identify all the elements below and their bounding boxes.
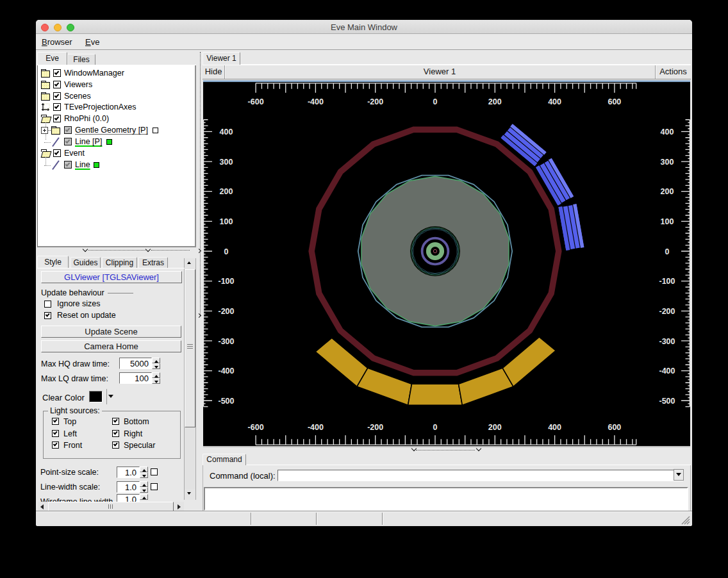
svg-text:-400: -400 (308, 423, 324, 432)
svg-text:0: 0 (665, 247, 670, 256)
svg-text:-100: -100 (218, 277, 234, 286)
svg-text:200: 200 (661, 187, 674, 196)
svg-text:100: 100 (220, 217, 233, 226)
svg-text:100: 100 (661, 217, 674, 226)
svg-text:600: 600 (608, 423, 621, 432)
svg-text:-200: -200 (659, 307, 675, 316)
svg-text:200: 200 (488, 97, 502, 106)
svg-text:400: 400 (548, 97, 561, 106)
svg-text:-300: -300 (218, 337, 234, 346)
svg-text:600: 600 (608, 97, 621, 106)
svg-text:-600: -600 (248, 423, 264, 432)
svg-text:200: 200 (488, 423, 502, 432)
svg-text:-400: -400 (308, 97, 324, 106)
svg-text:-200: -200 (367, 423, 383, 432)
svg-text:-400: -400 (218, 367, 234, 376)
svg-text:-200: -200 (218, 307, 234, 316)
svg-text:400: 400 (661, 128, 674, 136)
svg-text:-300: -300 (659, 337, 675, 346)
svg-text:300: 300 (220, 158, 233, 167)
svg-text:-600: -600 (248, 97, 264, 106)
svg-text:-100: -100 (659, 277, 675, 286)
svg-text:0: 0 (224, 247, 229, 256)
svg-text:200: 200 (220, 187, 233, 196)
svg-text:-500: -500 (659, 397, 675, 406)
svg-text:400: 400 (220, 128, 233, 136)
svg-text:-400: -400 (659, 367, 675, 376)
svg-text:0: 0 (433, 423, 438, 432)
svg-text:0: 0 (433, 97, 438, 106)
svg-text:400: 400 (548, 423, 561, 432)
svg-text:-200: -200 (367, 97, 383, 106)
svg-text:300: 300 (661, 158, 674, 167)
svg-text:-500: -500 (218, 397, 234, 406)
